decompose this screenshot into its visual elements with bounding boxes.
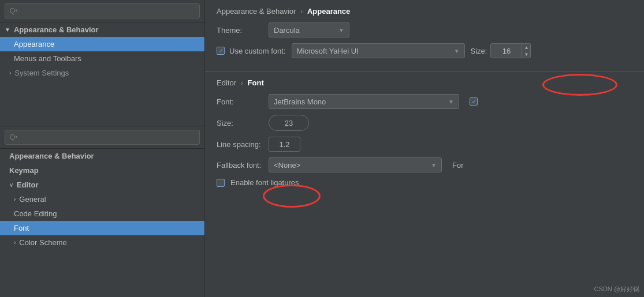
chevron-right-icon: › xyxy=(9,70,11,76)
sidebar-item-color-scheme[interactable]: › Color Scheme xyxy=(0,235,204,250)
editor-font-panel: Editor › Font Font: JetBrains Mono ▼ Siz… xyxy=(205,72,644,200)
editor-font-label: Font: xyxy=(217,97,263,106)
appearance-panel: Appearance & Behavior › Appearance Theme… xyxy=(205,0,644,72)
top-search-input[interactable] xyxy=(5,3,200,18)
breadcrumb-appearance: Appearance & Behavior › Appearance xyxy=(217,7,632,16)
sidebar-item-keymap[interactable]: Keymap xyxy=(0,163,204,178)
sidebar-item-appearance[interactable]: Appearance xyxy=(0,37,204,51)
watermark: CSDN @好好锅 xyxy=(594,285,639,294)
top-search-bar xyxy=(0,0,204,22)
sidebar-item-code-editing[interactable]: Code Editing xyxy=(0,206,204,221)
size-spinner-appearance: ▲ ▼ xyxy=(522,43,531,58)
ligatures-checkbox[interactable] xyxy=(217,179,225,187)
editor-font-dropdown[interactable]: JetBrains Mono ▼ xyxy=(269,94,459,109)
main-content-wrapper: Appearance & Behavior › Appearance Theme… xyxy=(205,0,644,297)
bottom-search-input[interactable] xyxy=(5,130,200,145)
custom-font-dropdown[interactable]: Microsoft YaHei UI ▼ xyxy=(292,43,465,58)
main-content: Appearance & Behavior › Appearance Theme… xyxy=(205,0,644,200)
line-spacing-label: Line spacing: xyxy=(217,140,263,149)
breadcrumb-editor: Editor › Font xyxy=(217,78,632,87)
sidebar-item-editor[interactable]: ∨ Editor xyxy=(0,178,204,192)
size-combo-appearance: ▲ ▼ xyxy=(490,43,531,58)
custom-font-dropdown-arrow: ▼ xyxy=(454,48,460,54)
size-control-appearance: Size: ▲ ▼ xyxy=(471,43,531,58)
sidebar-item-general[interactable]: › General xyxy=(0,192,204,206)
ligatures-row: Enable font ligatures xyxy=(217,178,632,187)
editor-font-dropdown-arrow: ▼ xyxy=(448,99,454,105)
fallback-dropdown-arrow: ▼ xyxy=(431,162,437,168)
editor-font-row: Font: JetBrains Mono ▼ xyxy=(217,94,632,109)
sidebar-item-appearance-behavior-top[interactable]: ▼ Appearance & Behavior xyxy=(0,22,204,37)
custom-font-row: Use custom font: Microsoft YaHei UI ▼ Si… xyxy=(217,43,632,58)
size-down-appearance[interactable]: ▼ xyxy=(522,51,530,58)
custom-font-checkbox[interactable] xyxy=(217,47,225,55)
sidebar-item-system-settings[interactable]: › System Settings xyxy=(0,66,204,80)
ligatures-label: Enable font ligatures xyxy=(230,178,299,187)
chevron-general-icon: › xyxy=(14,196,16,202)
sidebar-bottom-section: Appearance & Behavior Keymap ∨ Editor › … xyxy=(0,149,204,297)
sidebar-item-menus-toolbars[interactable]: Menus and Toolbars xyxy=(0,51,204,66)
fallback-font-row: Fallback font: <None> ▼ For xyxy=(217,157,632,172)
sidebar: ▼ Appearance & Behavior Appearance Menus… xyxy=(0,0,205,297)
editor-size-input[interactable] xyxy=(269,115,309,131)
sidebar-top-section: ▼ Appearance & Behavior Appearance Menus… xyxy=(0,22,204,126)
theme-dropdown-arrow: ▼ xyxy=(338,27,344,33)
editor-font-checkbox[interactable] xyxy=(470,97,478,106)
sidebar-item-font[interactable]: Font xyxy=(0,221,204,235)
chevron-editor-icon: ∨ xyxy=(9,182,13,188)
custom-font-checkbox-row: Use custom font: xyxy=(217,47,286,55)
editor-size-label: Size: xyxy=(217,119,263,127)
chevron-down-icon: ▼ xyxy=(5,27,10,33)
chevron-color-icon: › xyxy=(14,239,16,246)
fallback-font-dropdown[interactable]: <None> ▼ xyxy=(269,157,442,172)
editor-size-row: Size: xyxy=(217,115,632,131)
theme-label: Theme: xyxy=(217,26,263,35)
size-input-appearance[interactable] xyxy=(490,43,522,58)
fallback-font-label: Fallback font: xyxy=(217,161,263,170)
bottom-search-bar xyxy=(0,126,204,149)
sidebar-item-appearance-behavior-bottom[interactable]: Appearance & Behavior xyxy=(0,149,204,163)
line-spacing-row: Line spacing: xyxy=(217,137,632,152)
theme-row: Theme: Darcula ▼ xyxy=(217,22,632,37)
size-label-appearance: Size: xyxy=(471,47,487,55)
custom-font-label: Use custom font: xyxy=(229,47,286,55)
theme-dropdown[interactable]: Darcula ▼ xyxy=(269,22,349,37)
line-spacing-input[interactable] xyxy=(269,137,300,152)
fallback-suffix: For xyxy=(452,161,464,170)
size-up-appearance[interactable]: ▲ xyxy=(522,44,530,51)
